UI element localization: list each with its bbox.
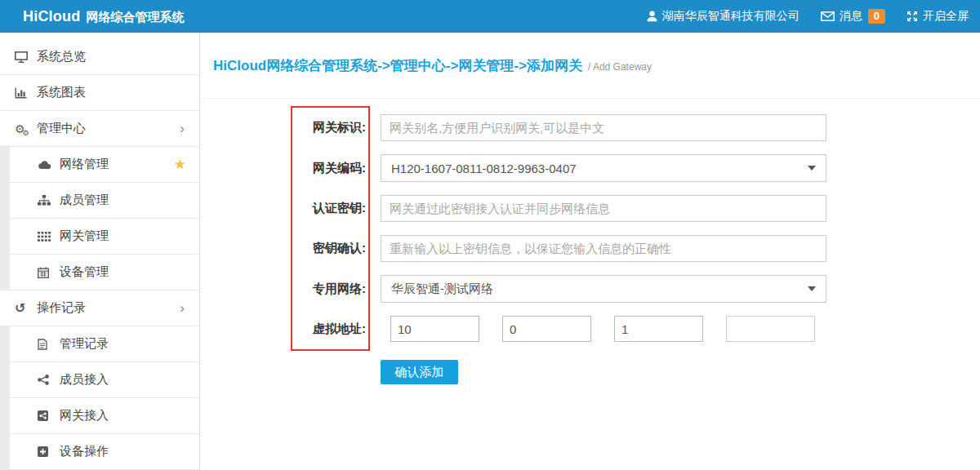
gateway-name-label: 网关标识: [201,120,366,135]
key-confirm-input[interactable] [381,235,826,262]
virtual-address-field [390,316,815,342]
messages-menu[interactable]: 消息 0 [821,9,885,24]
dropdown-caret-icon [808,166,816,171]
private-network-value: 华辰智通-测试网络 [391,282,493,297]
grid-icon [38,232,56,242]
calendar-icon [38,267,56,278]
document-icon [38,339,56,350]
sidebar-item-label: 设备管理 [60,264,109,280]
breadcrumb: HiCloud网络综合管理系统->管理中心->网关管理->添加网关 / Add … [201,33,980,99]
share-icon [38,375,56,385]
messages-label: 消息 [840,9,862,24]
confirm-add-button[interactable]: 确认添加 [381,360,458,384]
user-icon [647,11,657,22]
sidebar-item-system-overview[interactable]: 系统总览 [0,39,199,75]
mail-icon [821,11,835,21]
sidebar-item-label: 网关管理 [60,228,109,244]
sidebar-item-management-center[interactable]: ⚙⚙ 管理中心 › [0,111,199,147]
sidebar-item-label: 网络管理 [60,157,109,172]
monitor-icon [15,51,33,63]
breadcrumb-path: HiCloud网络综合管理系统->管理中心->网关管理->添加网关 [213,56,582,75]
fullscreen-label: 开启全屏 [923,9,969,24]
brand-subtitle: 网络综合管理系统 [86,10,184,25]
messages-count-badge: 0 [868,9,885,24]
sidebar-item-label: 系统总览 [37,49,86,64]
sidebar-item-label: 网关接入 [60,408,109,423]
ip-octet-4-input[interactable] [726,316,815,342]
form-row: 虚拟地址: [201,316,980,342]
gateway-name-input[interactable] [381,114,826,141]
brand-name: HiCloud [23,8,80,25]
gateway-code-value: H120-1607-0811-0812-9963-0407 [391,162,577,175]
sidebar-item-label: 管理中心 [37,121,86,136]
gateway-code-select[interactable]: H120-1607-0811-0812-9963-0407 [381,154,826,182]
sidebar-item-gateway-access[interactable]: 网关接入 [0,398,199,434]
private-network-select[interactable]: 华辰智通-测试网络 [381,275,826,303]
fullscreen-toggle[interactable]: 开启全屏 [906,9,969,24]
sidebar-item-label: 管理记录 [60,336,109,352]
cloud-icon [38,160,56,170]
sidebar-item-label: 设备操作 [60,444,109,459]
add-gateway-form: 网关标识: 网关编码: H120-1607-0811-0812-9963-040… [201,99,980,384]
sidebar-item-label: 操作记录 [37,300,86,316]
auth-key-label: 认证密钥: [201,201,366,216]
topbar: HiCloud 网络综合管理系统 湖南华辰智通科技有限公司 消息 0 [0,0,980,33]
company-account-menu[interactable]: 湖南华辰智通科技有限公司 [647,9,800,24]
sidebar-item-operation-records[interactable]: ↺ 操作记录 › [0,290,199,326]
form-row: 认证密钥: [201,195,980,222]
sidebar-item-device-operations[interactable]: 设备操作 [0,434,199,470]
sidebar-item-member-management[interactable]: 成员管理 [0,183,199,219]
breadcrumb-suffix: / Add Gateway [588,61,652,73]
plus-square-icon [38,446,56,457]
form-row: 网关标识: [201,114,980,141]
sitemap-icon [38,195,56,206]
dropdown-caret-icon [808,286,816,291]
gateway-code-label: 网关编码: [201,161,366,176]
fullscreen-icon [906,11,918,22]
app-logo: HiCloud 网络综合管理系统 [0,8,184,25]
chevron-right-icon: › [180,122,199,135]
history-icon: ↺ [15,302,33,315]
ip-octet-2-input[interactable] [502,316,591,342]
sidebar-item-management-records[interactable]: 管理记录 [0,326,199,362]
sidebar-item-label: 成员管理 [60,193,109,208]
sidebar-item-label: 成员接入 [60,372,109,388]
sidebar-item-network-management[interactable]: 网络管理 ★ [0,147,199,183]
sidebar: 系统总览 系统图表 ⚙⚙ 管理中心 › 网络管理 ★ 成员管理 [0,33,200,470]
private-network-label: 专用网络: [201,282,366,297]
ip-octet-3-input[interactable] [614,316,703,342]
gears-icon: ⚙⚙ [15,123,33,135]
sidebar-item-system-charts[interactable]: 系统图表 [0,75,199,111]
main-content: HiCloud网络综合管理系统->管理中心->网关管理->添加网关 / Add … [201,33,980,470]
company-name: 湖南华辰智通科技有限公司 [662,9,800,24]
auth-key-input[interactable] [381,195,826,222]
key-confirm-label: 密钥确认: [201,241,366,256]
share-square-icon [38,410,56,421]
sidebar-item-label: 系统图表 [37,85,86,100]
ip-octet-1-input[interactable] [390,316,479,342]
sidebar-item-gateway-management[interactable]: 网关管理 [0,219,199,255]
chevron-right-icon: › [180,301,199,315]
form-row: 专用网络: 华辰智通-测试网络 [201,275,980,303]
form-row: 网关编码: H120-1607-0811-0812-9963-0407 [201,154,980,182]
sidebar-item-member-access[interactable]: 成员接入 [0,362,199,398]
favorite-star-icon[interactable]: ★ [174,157,199,171]
virtual-address-label: 虚拟地址: [201,321,366,337]
form-row: 密钥确认: [201,235,980,262]
bar-chart-icon [15,87,33,99]
sidebar-item-device-management[interactable]: 设备管理 [0,255,199,290]
topbar-right: 湖南华辰智通科技有限公司 消息 0 开启全屏 [626,9,980,24]
